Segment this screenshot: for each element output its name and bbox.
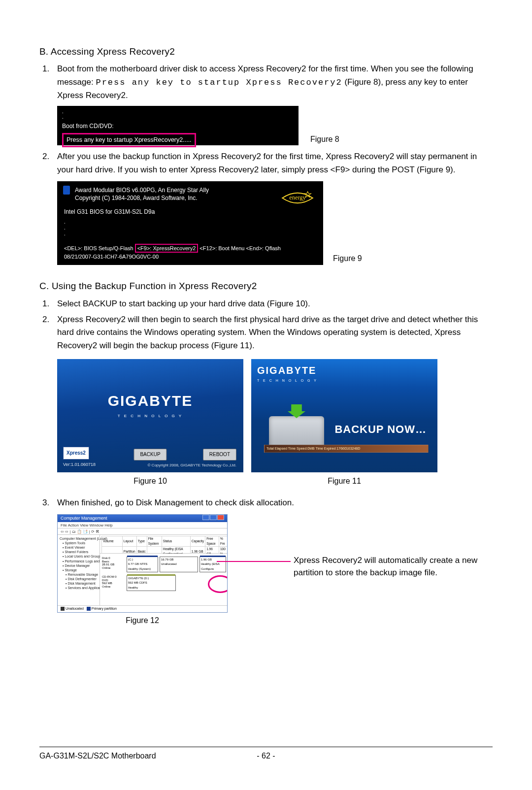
dm-titlebar: Computer Management xyxy=(58,515,227,522)
disk0-p3[interactable]: 1.96 GB Healthy (EISA Configure xyxy=(200,557,226,572)
gigabyte-sub: T E C H N O L O G Y xyxy=(118,413,183,419)
grid-header[interactable]: % Fre xyxy=(219,536,228,547)
close-icon[interactable] xyxy=(217,515,224,520)
fig8-bios: .. Boot from CD/DVD: Press any key to st… xyxy=(57,106,299,145)
min-icon[interactable] xyxy=(202,515,209,520)
tree-node[interactable]: • System Tools xyxy=(60,541,98,545)
fig9-bb: <DEL>: BIOS Setup/Q-Flash xyxy=(64,245,135,251)
c-num3: 3. xyxy=(39,496,57,509)
svg-text:energy: energy xyxy=(289,195,306,201)
tree-node[interactable]: • Shared Folders xyxy=(60,550,98,554)
tree-node[interactable]: • Removable Storage xyxy=(60,572,98,577)
dm-menubar[interactable]: File Action View Window Help xyxy=(58,522,227,528)
fig12-label: Figure 12 xyxy=(57,615,228,627)
disk0-head: Disk 0 Basic 28.91 GB Online xyxy=(102,557,127,572)
backup-button[interactable]: BACKUP xyxy=(133,449,166,461)
fig12-diskmgmt: Computer Management File Action View Win… xyxy=(57,514,228,613)
disk0-p1[interactable]: (C:) 9.77 GB NTFS Healthy (System) xyxy=(127,557,158,572)
tree-node[interactable]: • Disk Defragmenter xyxy=(60,577,98,581)
dm-graphical[interactable]: Disk 0 Basic 28.91 GB Online (C:) 9.77 G… xyxy=(100,554,228,605)
cd0-p1[interactable]: GIGABYTE (D:) 592 MB CDFS Healthy xyxy=(127,575,176,591)
xpress-badge: Xpress2 xyxy=(63,447,89,460)
footer-left: GA-G31M-S2L/S2C Motherboard xyxy=(39,750,156,762)
c-num2: 2. xyxy=(39,313,57,352)
fig11-card: GIGABYTE T E C H N O L O G Y BACKUP NOW…… xyxy=(251,359,437,472)
tree-node[interactable]: • Device Manager xyxy=(60,563,98,568)
fig10-card: GIGABYTE T E C H N O L O G Y Xpress2 BAC… xyxy=(57,359,243,472)
tree-node[interactable]: • Disk Management xyxy=(60,581,98,586)
grid-header[interactable]: File System xyxy=(147,536,162,547)
tree-node[interactable]: Computer Management (Local) xyxy=(60,536,98,541)
gigabyte-logo: GIGABYTE xyxy=(108,390,193,413)
sectionB-heading: B. Accessing Xpress Recovery2 xyxy=(39,44,493,59)
fig9-ba: <F12>: Boot Menu <End>: Qflash xyxy=(198,245,281,251)
fig12-callout: Xpress Recovery2 will automatically crea… xyxy=(239,554,493,579)
c-item2: Xpress Recovery2 will then begin to sear… xyxy=(57,313,493,352)
dm-tree[interactable]: Computer Management (Local)• System Tool… xyxy=(58,535,100,605)
c-item1: Select BACKUP to start backing up your h… xyxy=(57,297,493,310)
footer-page: - 62 - xyxy=(257,750,275,762)
progress-bar: Total Elapsed Time Speed:0MB Time Expire… xyxy=(264,445,429,453)
fig10-label: Figure 10 xyxy=(57,475,243,488)
tree-node[interactable]: • Services and Applications xyxy=(60,586,98,590)
fig10-ver: Ver:1.01.060718 xyxy=(63,461,96,468)
b-num1: 1. xyxy=(39,63,57,102)
fig9-id: 08/21/2007-G31-ICH7-6A79OG0VC-00 xyxy=(64,253,281,261)
fig8-highlight: Press any key to startup XpressRecovery2… xyxy=(62,133,196,147)
tree-node[interactable]: • Storage xyxy=(60,568,98,572)
c-item3: When finished, go to Disk Management to … xyxy=(57,496,493,509)
grid-header[interactable]: Free Space xyxy=(205,536,219,547)
cd0-head: CD-ROM 0 DVD 592 MB Online xyxy=(102,575,127,591)
max-icon[interactable] xyxy=(210,515,217,520)
tree-node[interactable]: • Event Viewer xyxy=(60,545,98,550)
fig9-line3: Intel G31 BIOS for G31M-S2L D9a xyxy=(64,207,316,217)
sectionC-heading: C. Using the Backup Function in Xpress R… xyxy=(39,279,493,293)
backup-now-text: BACKUP NOW… xyxy=(334,421,427,438)
fig11-label: Figure 11 xyxy=(251,475,437,488)
b-item1-mono: Press any key to startup Xpress Recovery… xyxy=(96,78,342,87)
c-num1: 1. xyxy=(39,297,57,310)
b-item1: Boot from the motherboard driver disk to… xyxy=(57,63,493,102)
tree-node[interactable]: • Performance Logs and xyxy=(60,559,98,563)
fig9-label: Figure 9 xyxy=(333,253,362,265)
grid-header[interactable]: Layout xyxy=(122,536,136,547)
fig9-bios: Award Modular BIOS v6.00PG, An Energy St… xyxy=(57,181,323,265)
dm-toolbar[interactable]: ⇦ ⇨ | 🗂 📋 📑 | ⟳ 🛠 xyxy=(58,528,227,535)
disk0-p2[interactable]: 16.79 GB Unallocated xyxy=(160,557,198,572)
dm-legend: Unallocated Primary partition xyxy=(58,605,227,612)
gigabyte-logo2: GIGABYTE T E C H N O L O G Y xyxy=(257,363,318,384)
fig8-bootline: Boot from CD/DVD: xyxy=(62,122,294,131)
fig8-label: Figure 8 xyxy=(310,133,339,146)
grid-header[interactable]: Status xyxy=(162,536,190,547)
grid-header[interactable]: Volume xyxy=(102,536,123,547)
grid-header[interactable]: Capacity xyxy=(190,536,205,547)
b-num2: 2. xyxy=(39,150,57,176)
fig10-copy: © Copyright 2008, GIGABYTE Technology Co… xyxy=(147,462,236,468)
grid-header[interactable]: Type xyxy=(136,536,147,547)
fig9-hl: <F9>: XpressRecovery2 xyxy=(135,244,199,253)
award-logo-icon xyxy=(63,186,70,195)
page-footer: GA-G31M-S2L/S2C Motherboard - 62 - xyxy=(39,747,493,762)
tree-node[interactable]: • Local Users and Group xyxy=(60,554,98,559)
b-item2: After you use the backup function in Xpr… xyxy=(57,150,493,176)
window-controls[interactable] xyxy=(202,515,224,523)
dm-grid[interactable]: VolumeLayoutTypeFile SystemStatusCapacit… xyxy=(100,535,228,554)
energy-star-icon: energy xyxy=(280,186,315,210)
reboot-button[interactable]: REBOOT xyxy=(203,449,236,461)
callout-line-icon xyxy=(217,561,291,562)
